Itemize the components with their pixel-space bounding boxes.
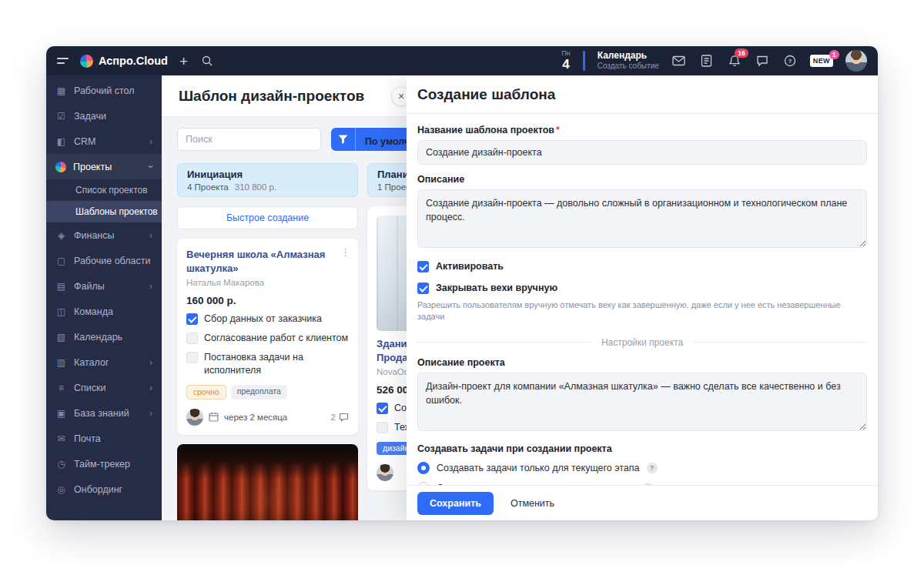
- new-button[interactable]: NEW 1: [810, 55, 833, 67]
- bell-icon[interactable]: 16: [727, 53, 742, 69]
- sidebar-item-knowledge-base[interactable]: ▣ База знаний ›: [46, 400, 162, 426]
- team-icon: ◫: [55, 306, 67, 317]
- workspaces-icon: ▢: [55, 256, 67, 266]
- crm-icon: ◧: [55, 136, 67, 147]
- checklist-item[interactable]: Согласование работ с клиентом: [186, 332, 349, 345]
- logo-text: Аспро.Cloud: [99, 55, 168, 67]
- assignee-avatar[interactable]: [377, 464, 393, 481]
- logo-icon: [80, 55, 93, 68]
- project-description-label: Описание проекта: [417, 357, 867, 368]
- column-header[interactable]: Инициация 4 Проекта 310 800 р.: [177, 163, 358, 197]
- search-input[interactable]: [177, 128, 321, 151]
- tasks-creation-label: Создавать задачи при создании проекта: [417, 443, 867, 454]
- sidebar-item-onboarding[interactable]: ◎ Онбординг: [46, 476, 162, 502]
- funnel-icon: [331, 128, 356, 151]
- checklist-item[interactable]: Постановка задачи на исполнителя: [186, 351, 349, 377]
- panel-title: Создание шаблона: [417, 86, 555, 103]
- notes-icon[interactable]: [699, 53, 715, 69]
- calendar-widget[interactable]: Календарь Создать событие: [598, 50, 659, 72]
- sidebar-item-tasks[interactable]: ☑ Задачи: [46, 103, 162, 129]
- column-amount: 310 800 р.: [235, 182, 276, 192]
- template-name-label: Название шаблона проектов*: [417, 125, 867, 135]
- calendar-icon: ▧: [55, 332, 67, 343]
- sidebar-item-desktop[interactable]: ▦ Рабочий стол: [46, 78, 162, 103]
- sidebar-item-calendar[interactable]: ▧ Календарь: [46, 324, 162, 349]
- sidebar-item-team[interactable]: ◫ Команда: [46, 299, 162, 324]
- kanban-column-initiation: Инициация 4 Проекта 310 800 р. Быстрое с…: [177, 163, 358, 520]
- chevron-right-icon: ›: [149, 383, 152, 393]
- panel-footer: Сохранить Отменить: [407, 485, 878, 520]
- bell-badge: 16: [735, 48, 748, 58]
- radio-selected-icon[interactable]: [417, 462, 430, 474]
- chat-icon[interactable]: [755, 53, 770, 69]
- sidebar-item-project-templates[interactable]: Шаблоны проектов: [46, 201, 162, 222]
- mail-icon[interactable]: [671, 53, 687, 69]
- finance-icon: ◈: [55, 230, 67, 241]
- checkbox-unchecked-icon[interactable]: [186, 352, 198, 363]
- comments-count[interactable]: 2: [331, 413, 349, 422]
- sidebar-item-finance[interactable]: ◈ Финансы ›: [46, 222, 162, 248]
- sidebar-item-crm[interactable]: ◧ CRM ›: [46, 129, 162, 154]
- menu-icon[interactable]: [57, 58, 69, 64]
- app-window: Аспро.Cloud + Пн 4 Календарь Создать соб…: [46, 46, 878, 520]
- chevron-right-icon: ›: [149, 408, 152, 418]
- sidebar-item-catalog[interactable]: ▥ Каталог ›: [46, 349, 162, 375]
- quick-create-button[interactable]: Быстрое создание: [177, 206, 358, 229]
- new-label: NEW: [813, 57, 830, 65]
- section-label: Настройки проекта: [601, 337, 683, 348]
- projects-icon: [55, 162, 66, 172]
- cancel-button[interactable]: Отменить: [506, 497, 559, 510]
- card-title[interactable]: Вечерняя школа «Алмазная шкатулка»: [186, 248, 349, 275]
- required-mark: *: [556, 125, 560, 135]
- help-icon[interactable]: ?: [782, 53, 798, 69]
- project-card[interactable]: ⋮ Вечерняя школа «Алмазная шкатулка» Нат…: [177, 239, 358, 435]
- tag-prepayment[interactable]: предоплата: [231, 385, 287, 400]
- chevron-right-icon: ›: [149, 357, 152, 367]
- card-owner: Наталья Макарова: [186, 278, 349, 287]
- files-icon: ▤: [55, 281, 67, 292]
- sidebar-item-time-tracker[interactable]: ◷ Тайм-трекер: [46, 451, 162, 476]
- checkbox-checked-icon[interactable]: [377, 403, 388, 414]
- project-description-textarea[interactable]: Дизайн-проект для компании «Алмазная шка…: [417, 373, 867, 431]
- assignee-avatar[interactable]: [186, 409, 203, 426]
- tag-urgent[interactable]: срочно: [186, 385, 226, 400]
- chevron-right-icon: ›: [149, 136, 152, 146]
- description-label: Описание: [417, 174, 867, 185]
- sidebar-item-files[interactable]: ▤ Файлы ›: [46, 273, 162, 299]
- topbar-divider: [583, 51, 585, 71]
- checkbox-checked-icon[interactable]: [186, 313, 198, 325]
- chevron-down-icon: ›: [146, 165, 156, 168]
- time-tracker-icon: ◷: [55, 459, 67, 470]
- checkbox-checked-icon[interactable]: [417, 282, 429, 294]
- sidebar-item-lists[interactable]: ≡ Списки ›: [46, 375, 162, 400]
- sidebar-item-workspaces[interactable]: ▢ Рабочие области: [46, 248, 162, 273]
- kebab-menu-icon[interactable]: ⋮: [340, 246, 350, 258]
- app-logo[interactable]: Аспро.Cloud: [80, 55, 168, 68]
- photo-card-curtains[interactable]: [177, 444, 358, 520]
- checklist-item[interactable]: Сбор данных от заказчика: [186, 313, 349, 326]
- description-textarea[interactable]: Создание дизайн-проекта — довольно сложн…: [417, 189, 867, 248]
- page-title: Шаблон дизайн-проектов: [179, 88, 364, 105]
- checkbox-checked-icon[interactable]: [417, 261, 429, 272]
- close-milestones-hint: Разрешить пользователям вручную отмечать…: [417, 299, 867, 323]
- search-icon[interactable]: [199, 53, 215, 69]
- day-number: 4: [561, 58, 570, 72]
- sidebar-item-projects[interactable]: Проекты ›: [46, 154, 162, 179]
- desktop-icon: ▦: [55, 85, 67, 96]
- user-avatar[interactable]: [845, 50, 867, 72]
- radio-current-stage[interactable]: Создавать задачи только для текущего эта…: [417, 462, 867, 474]
- close-milestones-checkbox-row[interactable]: Закрывать вехи вручную: [417, 282, 867, 294]
- checkbox-unchecked-icon[interactable]: [186, 333, 198, 344]
- card-amount: 160 000 р.: [186, 295, 349, 306]
- sidebar-item-project-list[interactable]: Список проектов: [46, 179, 162, 201]
- date-widget[interactable]: Пн 4: [561, 50, 570, 71]
- template-name-input[interactable]: [417, 140, 867, 165]
- activate-checkbox-row[interactable]: Активировать: [417, 260, 867, 272]
- checkbox-unchecked-icon[interactable]: [377, 422, 388, 433]
- comment-icon: [339, 413, 349, 422]
- help-icon[interactable]: ?: [647, 463, 658, 473]
- save-button[interactable]: Сохранить: [417, 492, 494, 515]
- knowledge-base-icon: ▣: [55, 408, 67, 419]
- add-icon[interactable]: +: [179, 54, 188, 69]
- sidebar-item-mail[interactable]: ✉ Почта: [46, 426, 162, 451]
